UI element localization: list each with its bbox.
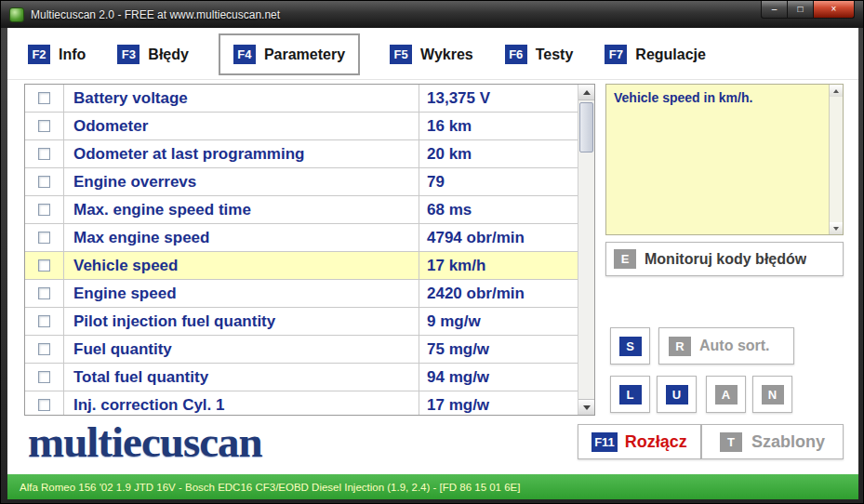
tab-f2[interactable]: F2 Info — [26, 36, 87, 73]
table-row[interactable]: Odometer at last programming 20 km — [25, 140, 578, 168]
checkbox-cell — [25, 391, 64, 415]
monitor-error-codes-button[interactable]: E Monitoruj kody błędów — [605, 242, 844, 276]
row-checkbox[interactable] — [38, 120, 50, 132]
n-button[interactable]: N — [752, 376, 792, 413]
checkbox-cell — [25, 168, 64, 195]
tab-f3[interactable]: F3 Błędy — [115, 36, 191, 73]
row-checkbox[interactable] — [38, 232, 50, 244]
tab-key-badge: F5 — [390, 45, 412, 64]
close-button[interactable]: × — [813, 1, 855, 19]
tab-key-badge: F6 — [505, 45, 527, 64]
tab-key-badge: F4 — [233, 45, 256, 64]
disconnect-label: Rozłącz — [625, 432, 687, 452]
checkbox-cell — [25, 224, 64, 251]
table-row[interactable]: Pilot injection fuel quantity 9 mg/w — [25, 308, 578, 336]
auto-sort-label: Auto sort. — [699, 338, 770, 354]
parameter-name: Engine speed — [64, 280, 419, 307]
tab-f7[interactable]: F7 Regulacje — [603, 36, 708, 73]
key-badge-t: T — [720, 432, 742, 452]
info-scroll-down-icon[interactable] — [830, 222, 843, 234]
maximize-button[interactable]: □ — [787, 1, 814, 19]
info-box-scrollbar[interactable] — [829, 85, 843, 234]
table-row[interactable]: Odometer 16 km — [25, 113, 578, 140]
key-badge-n: N — [762, 385, 784, 405]
table-row[interactable]: Battery voltage 13,375 V — [25, 85, 578, 113]
key-badge-f11: F11 — [592, 432, 618, 452]
parameter-value: 20 km — [419, 140, 578, 167]
row-checkbox[interactable] — [38, 92, 50, 104]
auto-sort-button[interactable]: R Auto sort. — [658, 327, 794, 365]
parameter-name: Total fuel quantity — [64, 364, 419, 391]
app-icon — [9, 7, 24, 22]
table-row[interactable]: Total fuel quantity 94 mg/w — [25, 364, 578, 391]
table-row[interactable]: Max. engine speed time 68 ms — [25, 196, 578, 224]
parameter-value: 13,375 V — [419, 85, 578, 112]
row-checkbox[interactable] — [38, 287, 50, 299]
parameter-rows: Battery voltage 13,375 V Odometer 16 km … — [25, 85, 578, 415]
row-checkbox[interactable] — [38, 371, 50, 383]
a-button[interactable]: A — [706, 376, 746, 413]
info-scroll-up-icon[interactable] — [830, 85, 843, 97]
parameter-name: Fuel quantity — [64, 336, 419, 363]
multiecuscan-logo: multiecuscan — [28, 417, 262, 467]
u-button[interactable]: U — [657, 376, 697, 413]
tab-label: Błędy — [148, 46, 189, 63]
table-row[interactable]: Fuel quantity 75 mg/w — [25, 336, 578, 364]
tab-label: Wykres — [420, 46, 473, 63]
tab-key-badge: F3 — [117, 45, 140, 64]
checkbox-cell — [25, 85, 64, 112]
title-bar[interactable]: Multiecuscan 2.0 - FREE at www.multiecus… — [1, 1, 863, 28]
main-content: F2 Info F3 Błędy F4 Parametery F5 Wykres… — [7, 28, 858, 474]
checkbox-cell — [25, 336, 64, 363]
key-badge-e: E — [614, 249, 636, 269]
tab-label: Regulacje — [635, 46, 706, 63]
row-checkbox[interactable] — [38, 315, 50, 327]
scrollbar-thumb[interactable] — [579, 102, 593, 153]
key-badge-r: R — [669, 337, 691, 356]
parameter-value: 79 — [419, 168, 578, 195]
parameter-value: 2420 obr/min — [419, 280, 578, 307]
parameter-name: Battery voltage — [64, 85, 419, 112]
tab-label: Info — [59, 46, 86, 63]
row-checkbox[interactable] — [38, 399, 50, 411]
window-controls: – □ × — [761, 1, 855, 19]
table-row[interactable]: Engine overrevs 79 — [25, 168, 578, 196]
table-row[interactable]: Vehicle speed 17 km/h — [25, 252, 578, 280]
scroll-down-icon[interactable] — [578, 399, 594, 415]
table-row[interactable]: Max engine speed 4794 obr/min — [25, 224, 578, 252]
row-checkbox[interactable] — [38, 204, 50, 216]
table-scrollbar[interactable] — [578, 85, 594, 415]
tab-f6[interactable]: F6 Testy — [503, 36, 576, 73]
row-checkbox[interactable] — [38, 176, 50, 188]
row-checkbox[interactable] — [38, 148, 50, 160]
key-badge-a: A — [715, 385, 738, 405]
minimize-button[interactable]: – — [761, 1, 788, 19]
parameter-value: 75 mg/w — [419, 336, 578, 363]
parameter-name: Max. engine speed time — [64, 196, 419, 223]
templates-button[interactable]: T Szablony — [701, 424, 844, 459]
table-row[interactable]: Inj. correction Cyl. 1 17 mg/w — [25, 391, 578, 415]
s-button[interactable]: S — [610, 327, 650, 365]
tab-f5[interactable]: F5 Wykres — [388, 36, 475, 73]
window-title: Multiecuscan 2.0 - FREE at www.multiecus… — [31, 8, 280, 21]
parameter-table: Battery voltage 13,375 V Odometer 16 km … — [24, 84, 595, 416]
row-checkbox[interactable] — [38, 343, 50, 355]
parameter-value: 17 km/h — [419, 252, 578, 279]
disconnect-button[interactable]: F11 Rozłącz — [578, 424, 701, 459]
templates-label: Szablony — [751, 432, 825, 452]
table-row[interactable]: Engine speed 2420 obr/min — [25, 280, 578, 308]
row-checkbox[interactable] — [38, 259, 50, 272]
parameter-name: Vehicle speed — [64, 252, 419, 279]
parameter-value: 94 mg/w — [419, 364, 578, 391]
parameter-name: Pilot injection fuel quantity — [64, 308, 419, 335]
parameter-value: 68 ms — [419, 196, 578, 223]
parameter-value: 17 mg/w — [419, 391, 578, 415]
parameter-name: Inj. correction Cyl. 1 — [64, 391, 419, 415]
tab-f4[interactable]: F4 Parametery — [219, 33, 360, 75]
l-button[interactable]: L — [610, 376, 650, 413]
parameter-name: Odometer at last programming — [64, 140, 419, 167]
parameter-name: Engine overrevs — [64, 168, 419, 195]
app-window: Multiecuscan 2.0 - FREE at www.multiecus… — [0, 0, 864, 504]
scroll-up-icon[interactable] — [578, 85, 594, 100]
info-box-text: Vehicle speed in km/h. — [614, 90, 822, 105]
